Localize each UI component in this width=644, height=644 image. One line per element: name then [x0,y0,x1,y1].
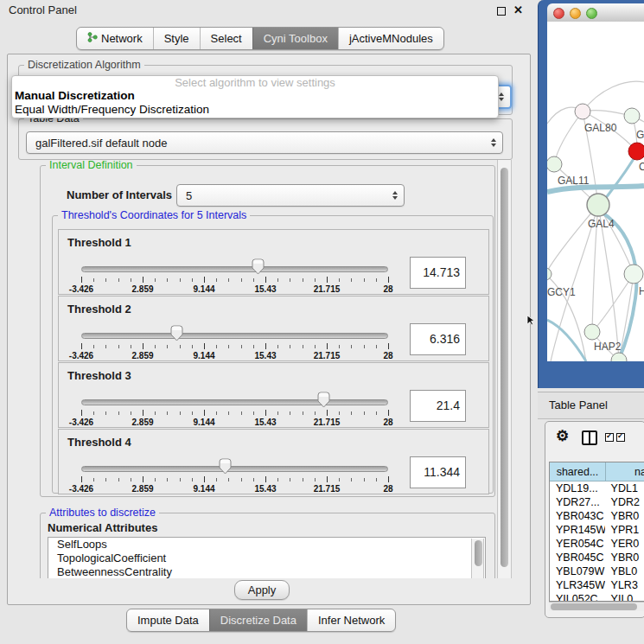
number-of-intervals-label: Number of Intervals [67,188,172,201]
column-header-name[interactable]: na [606,462,644,481]
tab-discretize-data[interactable]: Discretize Data [209,609,307,631]
tick-mark [327,277,328,283]
threshold-value-field[interactable]: 6.316 [410,323,466,355]
threshold-slider[interactable]: -3.4262.8599.14415.4321.71528 [81,322,388,360]
table-row[interactable]: YBR045CYBR0 [550,551,644,564]
tick-mark [228,478,229,481]
tab-network[interactable]: Network [77,28,153,49]
table-cell: YDR27... [550,495,605,509]
node-label: GAL80 [584,122,617,134]
table-row[interactable]: YPR145WYPR1 [550,523,644,537]
tab-style[interactable]: Style [153,28,200,49]
float-window-icon[interactable] [497,7,506,16]
network-node[interactable] [624,108,640,124]
threshold-value-field[interactable]: 21.4 [410,390,466,422]
table-row[interactable]: YBR043CYBR0 [550,509,644,523]
table-row[interactable]: YER054CYER0 [550,537,644,551]
algorithm-dropdown-popup: Select algorithm to view settings Manual… [11,75,499,118]
table-cell: YLR345W [550,578,605,592]
top-tabbar: Network Style Select Cyni Toolbox jActiv… [76,27,444,50]
tick-mark [376,478,377,481]
threshold-label: Threshold 2 [67,303,131,316]
close-traffic-light[interactable] [553,8,564,19]
tick-mark [364,345,365,348]
tick-mark [388,410,389,416]
popup-placeholder: Select algorithm to view settings [12,76,498,89]
table-hscrollbar[interactable] [549,602,644,611]
tab-cyni-toolbox[interactable]: Cyni Toolbox [252,28,338,49]
list-scrollbar-thumb[interactable] [475,540,482,566]
threshold-slider[interactable]: -3.4262.8599.14415.4321.71528 [81,389,388,427]
tab-infer-network[interactable]: Infer Network [307,609,395,631]
maximize-traffic-light[interactable] [586,8,597,19]
popup-item[interactable]: Manual Discretization [12,89,498,103]
slider-track[interactable] [81,399,388,405]
network-node[interactable] [547,156,562,172]
attribute-item[interactable]: BetweennessCentrality [48,565,485,578]
tick-mark [131,278,131,282]
tick-label: 28 [383,484,392,494]
settings-scrollbar[interactable] [497,160,512,578]
tick-label: 15.43 [254,418,276,427]
table-hscrollbar-thumb[interactable] [551,603,637,610]
network-node[interactable] [628,143,644,160]
network-node[interactable] [575,104,590,119]
attribute-item[interactable]: SelfLoops [48,538,485,552]
network-node[interactable] [587,194,609,216]
network-node[interactable] [611,353,627,361]
settings-scrollbar-thumb[interactable] [501,168,508,567]
checkbox-icon[interactable] [605,433,614,442]
gear-icon[interactable]: ⚙ [556,427,569,445]
threshold-value-field[interactable]: 14.713 [410,257,466,289]
checkbox-icon[interactable] [616,433,625,442]
tab-select[interactable]: Select [200,28,252,49]
numerical-attributes-list[interactable]: SelfLoopsTopologicalCoefficientBetweenne… [48,537,486,578]
tick-label: 21.715 [314,351,341,360]
slider-track[interactable] [81,466,388,472]
tab-jactivemnodules[interactable]: jActiveMNodules [338,28,443,49]
table-row[interactable]: YDL19...YDL1 [550,481,644,495]
table-row[interactable]: YIL052CYIL0 [550,592,644,601]
slider-thumb[interactable] [317,392,330,409]
columns-icon[interactable] [582,430,597,445]
list-scrollbar[interactable] [471,539,484,578]
slider-track[interactable] [81,266,388,272]
table-cell: YDL1 [605,481,644,495]
tick-mark [241,278,242,282]
tick-label: 15.43 [254,284,276,294]
network-node[interactable] [547,268,552,280]
table-row[interactable]: YLR345WYLR3 [550,578,644,592]
slider-thumb[interactable] [219,458,232,475]
number-of-intervals-combobox[interactable]: 5 [176,184,405,207]
network-canvas[interactable]: GAL80GAL11GAL4GCY1HHAP2GAC [547,22,644,361]
column-header-shared[interactable]: shared... [550,462,606,481]
tick-mark [351,411,352,415]
attribute-item[interactable]: TopologicalCoefficient [48,552,485,565]
close-icon[interactable]: ✕ [513,3,523,16]
popup-item[interactable]: Equal Width/Frequency Discretization [12,103,498,117]
tick-mark [351,278,352,282]
table-row[interactable]: YBL079WYBL0 [550,564,644,578]
attr-items-host: SelfLoopsTopologicalCoefficientBetweenne… [48,538,485,578]
apply-button[interactable]: Apply [234,580,290,600]
tick-mark [143,410,143,416]
tick-mark [315,411,316,415]
table-data-combobox[interactable]: galFiltered.sif default node [26,131,503,154]
slider-thumb[interactable] [170,325,183,342]
slider-thumb[interactable] [252,258,265,276]
threshold-slider[interactable]: -3.4262.8599.14415.4321.71528 [81,256,388,294]
network-node[interactable] [584,324,600,340]
slider-track[interactable] [81,333,388,339]
tick-mark [303,411,303,415]
tick-label: -3.426 [69,484,93,494]
network-node[interactable] [624,265,643,284]
minimize-traffic-light[interactable] [570,8,581,19]
threshold-value-field[interactable]: 11.344 [410,456,466,488]
threshold-slider[interactable]: -3.4262.8599.14415.4321.71528 [81,456,388,494]
table-row[interactable]: YDR27...YDR2 [550,495,644,509]
tab-impute-data[interactable]: Impute Data [127,609,209,631]
network-edge [601,212,636,361]
tick-label: 21.715 [314,284,341,294]
network-window-titlebar[interactable] [547,3,644,22]
tick-mark [167,345,168,348]
